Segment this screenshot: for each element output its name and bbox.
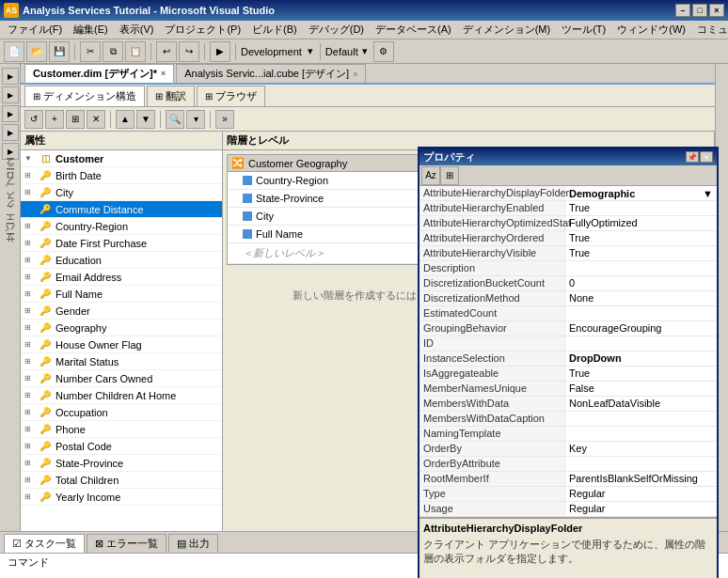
doc-tab-close-cube[interactable]: × [353,70,357,79]
attr-item-commute[interactable]: 🔑 Commute Distance [21,201,222,218]
props-row-memberswithdatacaption[interactable]: MembersWithDataCaption [419,412,717,427]
attr-item-numchildren[interactable]: ⊞ 🔑 Number Children At Home [21,387,222,404]
attr-item-email[interactable]: ⊞ 🔑 Email Address [21,269,222,286]
toolbar-open[interactable]: 📂 [26,41,47,62]
toolbar-cut[interactable]: ✂ [80,41,101,62]
restore-button[interactable]: □ [692,4,707,17]
attr-item-houseowner[interactable]: ⊞ 🔑 House Owner Flag [21,336,222,353]
attr-item-marital[interactable]: ⊞ 🔑 Marital Status [21,353,222,370]
sidebar-btn1[interactable]: ▶ [2,68,19,85]
attr-item-education[interactable]: ⊞ 🔑 Education [21,252,222,269]
props-row-id[interactable]: ID [419,336,717,351]
sidebar-btn5[interactable]: ▶ [2,143,19,160]
sidebar-btn2[interactable]: ▶ [2,86,19,103]
menu-edit[interactable]: 編集(E) [68,21,114,39]
doc-tab-cube[interactable]: Analysis Servic...ial.cube [デザイン] × [176,64,366,83]
inner-btn-grid[interactable]: ⊞ [66,110,85,129]
inner-btn-extra[interactable]: » [215,110,234,129]
menu-project[interactable]: プロジェクト(P) [159,21,246,39]
inner-btn-move-down[interactable]: ▼ [136,110,155,129]
sidebar-server-explorer[interactable]: サーバー エクスプローラー [2,162,19,251]
inner-btn-options[interactable]: ▾ [186,110,205,129]
tab-translation[interactable]: ⊞ 翻訳 [147,86,195,106]
status-tab-tasklist[interactable]: ☑ タスク一覧 [4,534,85,553]
inner-btn-refresh[interactable]: ↺ [24,110,43,129]
props-sort-alpha[interactable]: Az [421,166,440,185]
props-close-button[interactable]: × [700,151,713,163]
attr-item-totalchildren[interactable]: ⊞ 🔑 Total Children [21,472,222,489]
attr-item-geography[interactable]: ⊞ 🔑 Geography [21,320,222,336]
inner-btn-search[interactable]: 🔍 [166,110,184,129]
minimize-button[interactable]: – [675,4,690,17]
attr-item-datefirst[interactable]: ⊞ 🔑 Date First Purchase [21,235,222,252]
attr-item-occupation[interactable]: ⊞ 🔑 Occupation [21,404,222,421]
props-row-discmethod[interactable]: DiscretizationMethod None [419,291,717,306]
toolbar-copy[interactable]: ⧉ [103,41,123,62]
props-val-displayfolder[interactable]: Demographic▼ [565,186,717,200]
doc-tab-customer-dim[interactable]: Customer.dim [デザイン]* × [24,64,174,83]
props-row-orderby[interactable]: OrderBy Key [419,442,717,457]
props-row-optimized[interactable]: AttributeHierarchyOptimizedStat FullyOpt… [419,216,717,231]
attr-item-fullname[interactable]: ⊞ 🔑 Full Name [21,286,222,303]
toolbar-save[interactable]: 💾 [49,41,70,62]
props-pin-button[interactable]: 📌 [686,151,699,163]
props-row-enabled[interactable]: AttributeHierarchyEnabled True [419,201,717,216]
attr-item-customer[interactable]: ▼ ◫ Customer [21,150,222,167]
toolbar-run[interactable]: ▶ [210,41,230,62]
menu-dimension[interactable]: ディメンション(M) [457,21,557,39]
menu-window[interactable]: ウィンドウ(W) [611,21,691,39]
doc-tab-close-customer[interactable]: × [161,69,166,78]
toolbar-misc[interactable]: ⚙ [373,41,394,62]
menu-debug[interactable]: デバッグ(D) [303,21,370,39]
menu-view[interactable]: 表示(V) [114,21,160,39]
props-row-orderbyattr[interactable]: OrderByAttribute [419,457,717,472]
props-row-visible[interactable]: AttributeHierarchyVisible True [419,246,717,261]
props-sort-category[interactable]: ⊞ [440,166,459,185]
menu-file[interactable]: ファイル(F) [2,21,68,39]
attr-item-birthdate[interactable]: ⊞ 🔑 Birth Date [21,167,222,184]
menu-database[interactable]: データベース(A) [370,21,457,39]
menu-community[interactable]: コミュニティ(I) [691,21,728,39]
toolbar-paste[interactable]: 📋 [125,41,146,62]
props-row-namingtemplate[interactable]: NamingTemplate [419,427,717,442]
tab-dimension-structure[interactable]: ⊞ ディメンション構造 [24,86,145,106]
props-row-type[interactable]: Type Regular [419,487,717,502]
status-tab-output[interactable]: ▤ 出力 [168,534,218,553]
toolbar-redo[interactable]: ↪ [179,41,199,62]
props-row-memberunique[interactable]: MemberNamesUnique False [419,382,717,397]
sidebar-btn4[interactable]: ▶ [2,124,19,141]
attr-item-numcars[interactable]: ⊞ 🔑 Number Cars Owned [21,370,222,387]
props-val-orderby: Key [565,442,717,456]
sidebar-btn3[interactable]: ▶ [2,105,19,122]
menu-tools[interactable]: ツール(T) [556,21,611,39]
attr-item-country[interactable]: ⊞ 🔑 Country-Region [21,218,222,235]
props-row-estimatedcount[interactable]: EstimatedCount [419,306,717,321]
attr-item-stateprovince[interactable]: ⊞ 🔑 State-Province [21,455,222,472]
props-row-displayfolder[interactable]: AttributeHierarchyDisplayFolder Demograp… [419,186,717,201]
inner-btn-move-up[interactable]: ▲ [116,110,135,129]
status-tab-errorlist[interactable]: ⊠ エラー一覧 [87,534,166,553]
props-row-instancesel[interactable]: InstanceSelection DropDown [419,351,717,367]
menu-build[interactable]: ビルド(B) [246,21,303,39]
props-row-usage[interactable]: Usage Regular [419,502,717,517]
props-row-description[interactable]: Description [419,261,717,276]
props-row-bucketcount[interactable]: DiscretizationBucketCount 0 [419,276,717,291]
tab-browser[interactable]: ⊞ ブラウザ [197,86,265,106]
attr-item-postal[interactable]: ⊞ 🔑 Postal Code [21,438,222,455]
totalchildren-key-icon: 🔑 [38,473,53,488]
props-row-grouping[interactable]: GroupingBehavior EncourageGrouping [419,321,717,336]
props-row-ordered[interactable]: AttributeHierarchyOrdered True [419,231,717,246]
attr-item-gender[interactable]: ⊞ 🔑 Gender [21,303,222,320]
attr-item-phone[interactable]: ⊞ 🔑 Phone [21,421,222,438]
inner-btn-add[interactable]: + [45,110,64,129]
toolbar-new[interactable]: 📄 [4,41,24,62]
attr-item-city[interactable]: ⊞ 🔑 City [21,184,222,201]
close-button[interactable]: × [709,4,724,17]
toolbar-undo[interactable]: ↩ [156,41,177,62]
attr-item-yearlyincome[interactable]: ⊞ 🔑 Yearly Income [21,489,222,506]
attributes-header: 属性 [21,132,222,150]
props-row-aggregateable[interactable]: IsAggregateable True [419,367,717,382]
props-row-memberswithdata[interactable]: MembersWithData NonLeafDataVisible [419,397,717,412]
inner-btn-delete[interactable]: ✕ [87,110,105,129]
props-row-rootmemberif[interactable]: RootMemberIf ParentIsBlankSelfOrMissing [419,472,717,487]
